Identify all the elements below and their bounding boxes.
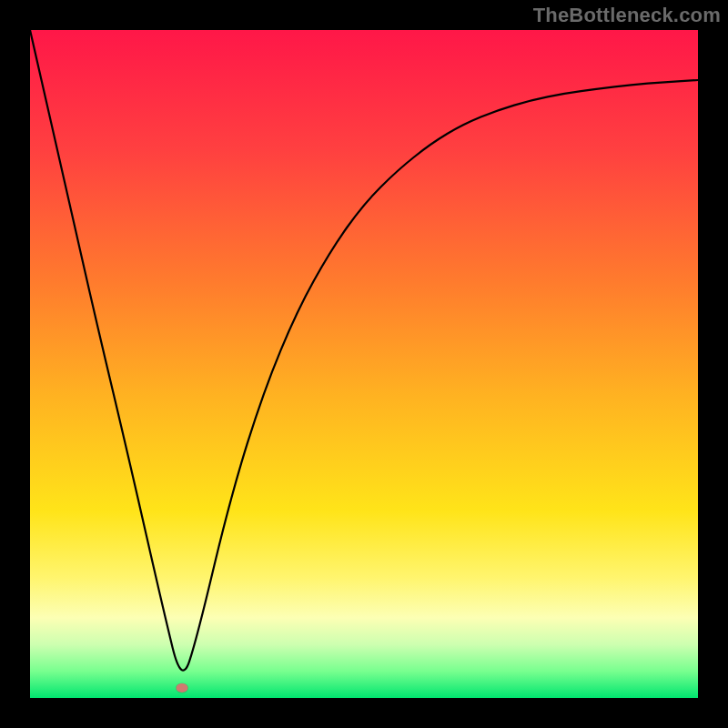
optimum-marker — [176, 683, 187, 693]
curve-path — [30, 30, 698, 671]
plot-area — [30, 30, 698, 698]
bottleneck-curve — [30, 30, 698, 698]
chart-frame: TheBottleneck.com — [0, 0, 728, 728]
watermark-text: TheBottleneck.com — [533, 4, 721, 27]
